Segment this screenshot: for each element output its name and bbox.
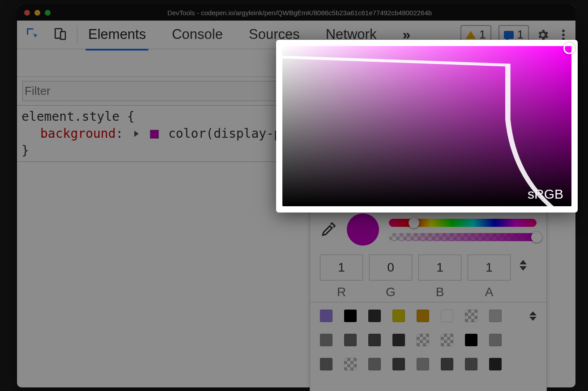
color-field-cursor[interactable] xyxy=(563,42,575,54)
color-field-popover: sRGB xyxy=(276,40,578,212)
saturation-value-field[interactable]: sRGB xyxy=(282,46,571,206)
gamut-label: sRGB xyxy=(528,187,563,202)
